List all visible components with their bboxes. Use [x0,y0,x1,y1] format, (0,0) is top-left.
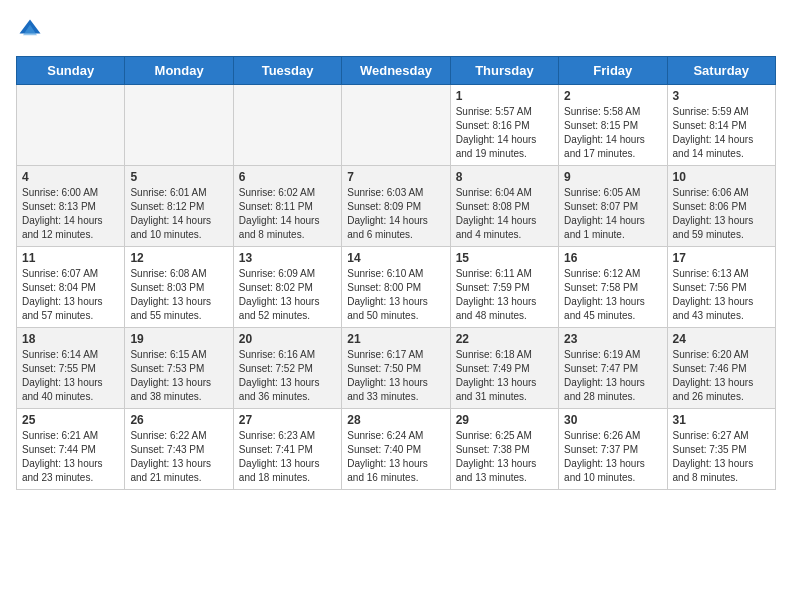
day-number: 16 [564,251,661,265]
calendar-day-cell: 16Sunrise: 6:12 AM Sunset: 7:58 PM Dayli… [559,247,667,328]
calendar-day-cell: 10Sunrise: 6:06 AM Sunset: 8:06 PM Dayli… [667,166,775,247]
day-info: Sunrise: 6:00 AM Sunset: 8:13 PM Dayligh… [22,186,119,242]
day-number: 21 [347,332,444,346]
day-number: 19 [130,332,227,346]
day-number: 27 [239,413,336,427]
day-number: 31 [673,413,770,427]
day-number: 26 [130,413,227,427]
day-number: 5 [130,170,227,184]
day-number: 17 [673,251,770,265]
calendar-day-cell: 24Sunrise: 6:20 AM Sunset: 7:46 PM Dayli… [667,328,775,409]
calendar-day-cell: 21Sunrise: 6:17 AM Sunset: 7:50 PM Dayli… [342,328,450,409]
day-info: Sunrise: 6:19 AM Sunset: 7:47 PM Dayligh… [564,348,661,404]
day-number: 25 [22,413,119,427]
calendar-day-cell: 13Sunrise: 6:09 AM Sunset: 8:02 PM Dayli… [233,247,341,328]
day-info: Sunrise: 5:58 AM Sunset: 8:15 PM Dayligh… [564,105,661,161]
day-info: Sunrise: 6:23 AM Sunset: 7:41 PM Dayligh… [239,429,336,485]
calendar-day-cell [233,85,341,166]
weekday-header: Wednesday [342,57,450,85]
day-number: 15 [456,251,553,265]
weekday-header: Friday [559,57,667,85]
day-info: Sunrise: 6:06 AM Sunset: 8:06 PM Dayligh… [673,186,770,242]
calendar-day-cell: 31Sunrise: 6:27 AM Sunset: 7:35 PM Dayli… [667,409,775,490]
calendar-day-cell: 26Sunrise: 6:22 AM Sunset: 7:43 PM Dayli… [125,409,233,490]
calendar-day-cell [17,85,125,166]
calendar-day-cell: 18Sunrise: 6:14 AM Sunset: 7:55 PM Dayli… [17,328,125,409]
calendar-day-cell: 6Sunrise: 6:02 AM Sunset: 8:11 PM Daylig… [233,166,341,247]
day-info: Sunrise: 6:10 AM Sunset: 8:00 PM Dayligh… [347,267,444,323]
day-number: 22 [456,332,553,346]
calendar-day-cell: 27Sunrise: 6:23 AM Sunset: 7:41 PM Dayli… [233,409,341,490]
calendar-table: SundayMondayTuesdayWednesdayThursdayFrid… [16,56,776,490]
day-number: 2 [564,89,661,103]
day-info: Sunrise: 6:04 AM Sunset: 8:08 PM Dayligh… [456,186,553,242]
day-number: 29 [456,413,553,427]
day-info: Sunrise: 6:18 AM Sunset: 7:49 PM Dayligh… [456,348,553,404]
logo [16,16,48,44]
day-info: Sunrise: 5:57 AM Sunset: 8:16 PM Dayligh… [456,105,553,161]
calendar-day-cell: 22Sunrise: 6:18 AM Sunset: 7:49 PM Dayli… [450,328,558,409]
calendar-week-row: 1Sunrise: 5:57 AM Sunset: 8:16 PM Daylig… [17,85,776,166]
calendar-week-row: 25Sunrise: 6:21 AM Sunset: 7:44 PM Dayli… [17,409,776,490]
weekday-header: Monday [125,57,233,85]
calendar-day-cell: 11Sunrise: 6:07 AM Sunset: 8:04 PM Dayli… [17,247,125,328]
day-number: 10 [673,170,770,184]
day-info: Sunrise: 6:09 AM Sunset: 8:02 PM Dayligh… [239,267,336,323]
calendar-day-cell: 12Sunrise: 6:08 AM Sunset: 8:03 PM Dayli… [125,247,233,328]
weekday-header: Sunday [17,57,125,85]
calendar-day-cell [125,85,233,166]
logo-icon [16,16,44,44]
calendar-week-row: 18Sunrise: 6:14 AM Sunset: 7:55 PM Dayli… [17,328,776,409]
day-number: 23 [564,332,661,346]
weekday-header: Thursday [450,57,558,85]
day-number: 8 [456,170,553,184]
calendar-day-cell: 23Sunrise: 6:19 AM Sunset: 7:47 PM Dayli… [559,328,667,409]
calendar-day-cell: 2Sunrise: 5:58 AM Sunset: 8:15 PM Daylig… [559,85,667,166]
day-info: Sunrise: 6:14 AM Sunset: 7:55 PM Dayligh… [22,348,119,404]
day-number: 28 [347,413,444,427]
weekday-header: Saturday [667,57,775,85]
day-info: Sunrise: 5:59 AM Sunset: 8:14 PM Dayligh… [673,105,770,161]
day-info: Sunrise: 6:03 AM Sunset: 8:09 PM Dayligh… [347,186,444,242]
day-info: Sunrise: 6:15 AM Sunset: 7:53 PM Dayligh… [130,348,227,404]
calendar-day-cell: 14Sunrise: 6:10 AM Sunset: 8:00 PM Dayli… [342,247,450,328]
day-number: 7 [347,170,444,184]
day-number: 6 [239,170,336,184]
calendar-day-cell: 1Sunrise: 5:57 AM Sunset: 8:16 PM Daylig… [450,85,558,166]
calendar-body: 1Sunrise: 5:57 AM Sunset: 8:16 PM Daylig… [17,85,776,490]
day-info: Sunrise: 6:01 AM Sunset: 8:12 PM Dayligh… [130,186,227,242]
calendar-day-cell: 28Sunrise: 6:24 AM Sunset: 7:40 PM Dayli… [342,409,450,490]
day-number: 20 [239,332,336,346]
day-info: Sunrise: 6:05 AM Sunset: 8:07 PM Dayligh… [564,186,661,242]
calendar-week-row: 11Sunrise: 6:07 AM Sunset: 8:04 PM Dayli… [17,247,776,328]
day-number: 14 [347,251,444,265]
day-number: 4 [22,170,119,184]
day-number: 1 [456,89,553,103]
day-info: Sunrise: 6:02 AM Sunset: 8:11 PM Dayligh… [239,186,336,242]
weekday-row: SundayMondayTuesdayWednesdayThursdayFrid… [17,57,776,85]
calendar-day-cell: 4Sunrise: 6:00 AM Sunset: 8:13 PM Daylig… [17,166,125,247]
day-number: 9 [564,170,661,184]
day-info: Sunrise: 6:22 AM Sunset: 7:43 PM Dayligh… [130,429,227,485]
day-info: Sunrise: 6:25 AM Sunset: 7:38 PM Dayligh… [456,429,553,485]
day-info: Sunrise: 6:07 AM Sunset: 8:04 PM Dayligh… [22,267,119,323]
calendar-day-cell: 15Sunrise: 6:11 AM Sunset: 7:59 PM Dayli… [450,247,558,328]
calendar-day-cell: 5Sunrise: 6:01 AM Sunset: 8:12 PM Daylig… [125,166,233,247]
weekday-header: Tuesday [233,57,341,85]
calendar-day-cell: 20Sunrise: 6:16 AM Sunset: 7:52 PM Dayli… [233,328,341,409]
calendar-day-cell: 3Sunrise: 5:59 AM Sunset: 8:14 PM Daylig… [667,85,775,166]
calendar-day-cell: 9Sunrise: 6:05 AM Sunset: 8:07 PM Daylig… [559,166,667,247]
day-info: Sunrise: 6:21 AM Sunset: 7:44 PM Dayligh… [22,429,119,485]
day-info: Sunrise: 6:26 AM Sunset: 7:37 PM Dayligh… [564,429,661,485]
day-number: 13 [239,251,336,265]
day-info: Sunrise: 6:27 AM Sunset: 7:35 PM Dayligh… [673,429,770,485]
calendar-day-cell: 30Sunrise: 6:26 AM Sunset: 7:37 PM Dayli… [559,409,667,490]
day-info: Sunrise: 6:11 AM Sunset: 7:59 PM Dayligh… [456,267,553,323]
calendar-day-cell: 25Sunrise: 6:21 AM Sunset: 7:44 PM Dayli… [17,409,125,490]
calendar-day-cell: 17Sunrise: 6:13 AM Sunset: 7:56 PM Dayli… [667,247,775,328]
day-info: Sunrise: 6:24 AM Sunset: 7:40 PM Dayligh… [347,429,444,485]
day-number: 11 [22,251,119,265]
day-info: Sunrise: 6:20 AM Sunset: 7:46 PM Dayligh… [673,348,770,404]
day-number: 12 [130,251,227,265]
day-info: Sunrise: 6:17 AM Sunset: 7:50 PM Dayligh… [347,348,444,404]
